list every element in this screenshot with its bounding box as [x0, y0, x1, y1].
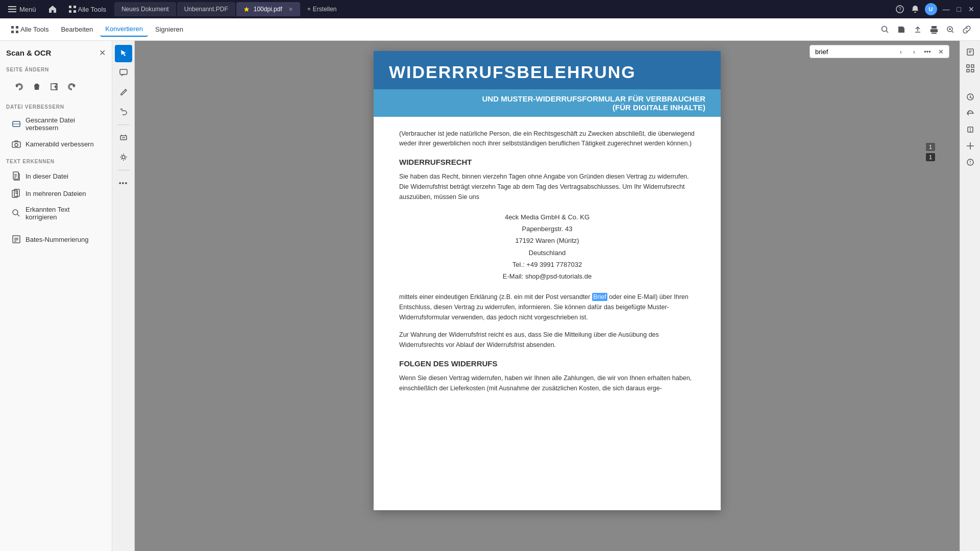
- camera-icon: [11, 139, 21, 149]
- section1-title: WIDERRUFSRECHT: [399, 158, 695, 166]
- text-erkennen-title: TEXT ERKENNEN: [6, 159, 106, 164]
- right-tool-2[interactable]: [963, 61, 977, 76]
- svg-rect-16: [932, 26, 937, 29]
- section4-title: FOLGEN DES WIDERRUFS: [399, 359, 695, 368]
- right-tool-3[interactable]: [963, 90, 977, 104]
- alle-tools-btn[interactable]: Alle Tools: [6, 22, 54, 36]
- svg-rect-6: [74, 10, 76, 13]
- svg-rect-28: [13, 172, 18, 179]
- erkannten-text-item[interactable]: Erkannten Text korrigieren: [6, 202, 106, 224]
- tab-100dpi[interactable]: 100dpi.pdf ✕: [236, 2, 300, 16]
- kamerabild-item[interactable]: Kamerabild verbessern: [6, 135, 106, 153]
- second-toolbar: Alle Tools Bearbeiten Konvertieren Signi…: [0, 18, 980, 41]
- right-tool-1[interactable]: [963, 45, 977, 59]
- maximize-button[interactable]: □: [955, 4, 963, 15]
- svg-point-47: [122, 156, 125, 159]
- zoom-icon[interactable]: [943, 22, 958, 37]
- in-dieser-datei-item[interactable]: In dieser Datei: [6, 167, 106, 185]
- svg-rect-52: [971, 65, 974, 67]
- rotate-right-button[interactable]: [64, 80, 79, 94]
- text-erkennen-section: TEXT ERKENNEN In dieser Datei In mehrere…: [0, 155, 112, 227]
- datei-verbessern-section: DATEI VERBESSERN Gescannte Datei verbess…: [0, 100, 112, 155]
- search-close-btn[interactable]: ✕: [935, 45, 947, 58]
- svg-rect-42: [120, 69, 127, 74]
- signieren-btn[interactable]: Signieren: [150, 22, 188, 36]
- home-button[interactable]: [44, 3, 61, 15]
- minimize-button[interactable]: —: [941, 4, 951, 15]
- ocr-tool-btn[interactable]: [115, 129, 132, 146]
- svg-rect-12: [11, 31, 14, 33]
- more-tools-btn[interactable]: •••: [115, 174, 132, 192]
- seite-andern-title: SEITE ÄNDERN: [6, 67, 106, 72]
- help-icon[interactable]: ?: [894, 4, 905, 15]
- right-tool-6[interactable]: [963, 139, 977, 153]
- upload-icon[interactable]: [911, 22, 925, 37]
- extract-page-button[interactable]: [47, 80, 61, 94]
- undo-tool-btn[interactable]: [115, 103, 132, 120]
- tool-separator-1: [117, 124, 130, 125]
- svg-rect-53: [967, 69, 969, 72]
- right-sidebar: [960, 41, 980, 551]
- rotate-left-button[interactable]: [12, 80, 27, 94]
- address-line6: E-Mail: shop@psd-tutorials.de: [399, 270, 695, 282]
- avatar[interactable]: U: [925, 3, 937, 15]
- link-icon[interactable]: [960, 22, 974, 37]
- section2-before: mittels einer eindeutigen Erklärung (z.B…: [399, 293, 592, 300]
- right-tool-7[interactable]: [963, 155, 977, 169]
- svg-point-14: [882, 26, 887, 31]
- section3-text: Zur Wahrung der Widerrufsfrist reicht es…: [399, 330, 695, 350]
- select-tool-btn[interactable]: [115, 45, 132, 62]
- section4-text: Wenn Sie diesen Vertrag widerrufen, habe…: [399, 373, 695, 393]
- bates-icon: [11, 234, 21, 244]
- doc-header-title: WIDERRRUFSBELEHRUNG: [389, 62, 705, 82]
- tab-neues[interactable]: Neues Dokument: [114, 2, 176, 16]
- page-actions: [6, 76, 106, 98]
- scan-icon: [11, 119, 21, 129]
- in-mehreren-dateien-label: In mehreren Dateien: [26, 190, 86, 197]
- all-tools-nav[interactable]: Alle Tools: [65, 4, 110, 15]
- doc-area[interactable]: ‹ › ••• ✕ WIDERRRUFSBELEHRUNG UND MUSTER…: [135, 41, 960, 551]
- page-num-1[interactable]: 1: [926, 143, 935, 151]
- svg-text:?: ?: [898, 7, 901, 12]
- in-dieser-datei-label: In dieser Datei: [26, 172, 68, 180]
- bearbeiten-btn[interactable]: Bearbeiten: [56, 22, 98, 36]
- page-num-2[interactable]: 1: [926, 153, 935, 161]
- svg-rect-54: [971, 69, 974, 72]
- menu-button[interactable]: Menü: [4, 3, 40, 15]
- search-input[interactable]: [812, 46, 894, 58]
- address-line3: 17192 Waren (Müritz): [399, 235, 695, 246]
- in-mehreren-dateien-item[interactable]: In mehreren Dateien: [6, 185, 106, 202]
- delete-page-button[interactable]: [30, 80, 44, 94]
- print-icon[interactable]: [927, 22, 941, 37]
- seite-andern-section: SEITE ÄNDERN: [0, 63, 112, 100]
- svg-rect-1: [8, 9, 16, 10]
- alle-tools-label: Alle Tools: [20, 26, 48, 33]
- new-tab-button[interactable]: + Erstellen: [301, 4, 343, 15]
- konvertieren-btn[interactable]: Konvertieren: [100, 22, 148, 37]
- erkannten-text-label: Erkannten Text korrigieren: [26, 206, 101, 221]
- notification-icon[interactable]: [910, 4, 921, 15]
- comment-tool-btn[interactable]: [115, 64, 132, 82]
- save-icon[interactable]: [894, 22, 909, 37]
- sidebar-title: Scan & OCR: [6, 48, 51, 57]
- right-tool-4[interactable]: [963, 106, 977, 120]
- svg-rect-0: [8, 6, 16, 7]
- tab-close-button[interactable]: ✕: [288, 6, 293, 13]
- star-icon: [243, 6, 250, 12]
- bates-item[interactable]: Bates-Nummerierung: [6, 231, 106, 248]
- svg-rect-38: [13, 236, 20, 243]
- svg-rect-48: [967, 49, 973, 55]
- pen-tool-btn[interactable]: [115, 84, 132, 101]
- search-options-btn[interactable]: •••: [921, 45, 934, 58]
- sidebar-close-button[interactable]: ✕: [99, 48, 106, 58]
- top-bar: Menü Alle Tools Neues Dokument Unbenannt…: [0, 0, 980, 18]
- search-next-btn[interactable]: ›: [908, 45, 920, 58]
- datei-verbessern-title: DATEI VERBESSERN: [6, 104, 106, 110]
- close-window-button[interactable]: ✕: [967, 4, 976, 15]
- gescannte-item[interactable]: Gescannte Datei verbessern: [6, 113, 106, 135]
- enhance-tool-btn[interactable]: [115, 148, 132, 166]
- tab-unbenannt[interactable]: Unbenannt.PDF: [177, 2, 235, 16]
- search-prev-btn[interactable]: ‹: [895, 45, 907, 58]
- right-tool-5[interactable]: [963, 122, 977, 137]
- search-toolbar-icon[interactable]: [878, 22, 892, 37]
